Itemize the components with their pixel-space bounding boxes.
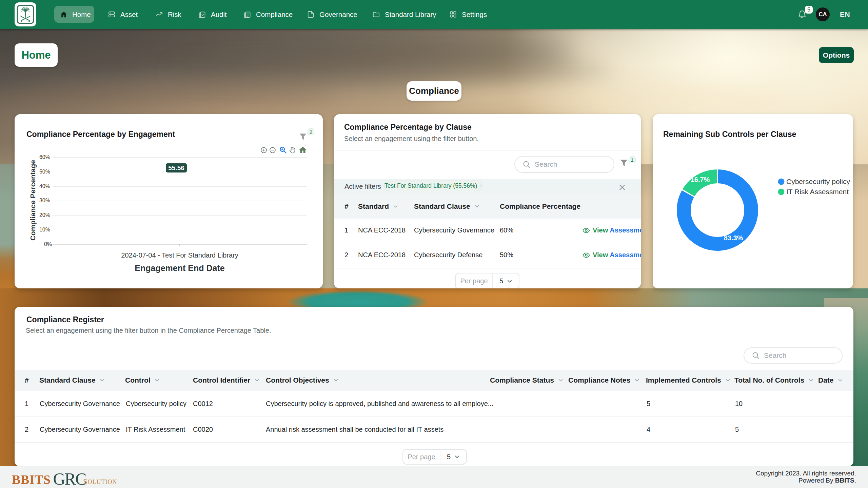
svg-text:IT Risk Assessment: IT Risk Assessment bbox=[786, 188, 849, 196]
svg-text:Cybersecurity policy: Cybersecurity policy bbox=[786, 178, 850, 185]
svg-text:83.3%: 83.3% bbox=[724, 234, 743, 242]
svg-text:16.7%: 16.7% bbox=[691, 176, 710, 183]
